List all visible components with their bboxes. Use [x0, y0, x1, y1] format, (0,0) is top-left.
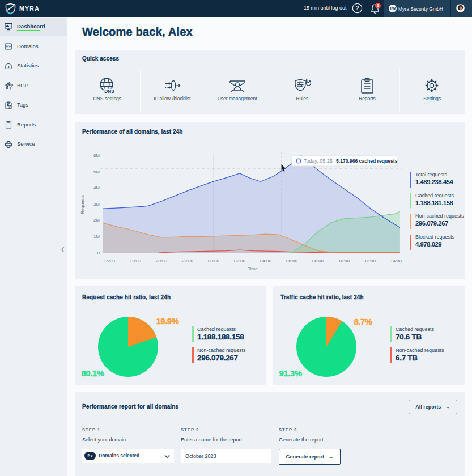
svg-text:14:00: 14:00 [390, 258, 402, 264]
svg-text:Total requests: Total requests [415, 172, 448, 177]
svg-text:22:00: 22:00 [182, 258, 194, 264]
svg-text:Non-cached requests: Non-cached requests [415, 213, 464, 219]
svg-text:Requests: Requests [80, 195, 85, 214]
svg-text:08:00: 08:00 [312, 258, 324, 264]
svg-text:1.188.181.158: 1.188.181.158 [415, 199, 453, 206]
svg-text:4M: 4M [93, 185, 100, 190]
svg-text:2M: 2M [93, 218, 100, 223]
svg-text:5.170.966 cached requests: 5.170.966 cached requests [336, 158, 398, 164]
svg-text:00:00: 00:00 [208, 258, 220, 264]
svg-text:DNS: DNS [105, 89, 115, 94]
svg-text:04:00: 04:00 [260, 258, 272, 264]
svg-text:Blocked requests: Blocked requests [415, 234, 455, 240]
svg-text:5M: 5M [93, 169, 100, 175]
svg-text:6M: 6M [93, 153, 100, 158]
svg-text:10:00: 10:00 [338, 258, 350, 264]
svg-text:Today, 05:25: Today, 05:25 [304, 158, 333, 164]
svg-text:18:00: 18:00 [130, 258, 142, 264]
svg-text:1M: 1M [93, 234, 100, 239]
svg-text:0: 0 [97, 250, 100, 256]
svg-text:02:00: 02:00 [234, 258, 246, 264]
svg-text:20:00: 20:00 [156, 258, 168, 264]
svg-text:Cached requests: Cached requests [415, 193, 454, 198]
svg-text:296.079.267: 296.079.267 [415, 220, 448, 227]
svg-text:4.978.029: 4.978.029 [415, 241, 441, 248]
svg-text:06:00: 06:00 [286, 258, 298, 264]
svg-text:16:00: 16:00 [104, 258, 116, 264]
svg-text:12:00: 12:00 [364, 258, 376, 264]
svg-text:3M: 3M [93, 202, 100, 207]
svg-text:1.489.238.454: 1.489.238.454 [415, 178, 454, 185]
svg-text:Time: Time [248, 266, 258, 271]
svg-text:?: ? [355, 5, 359, 11]
